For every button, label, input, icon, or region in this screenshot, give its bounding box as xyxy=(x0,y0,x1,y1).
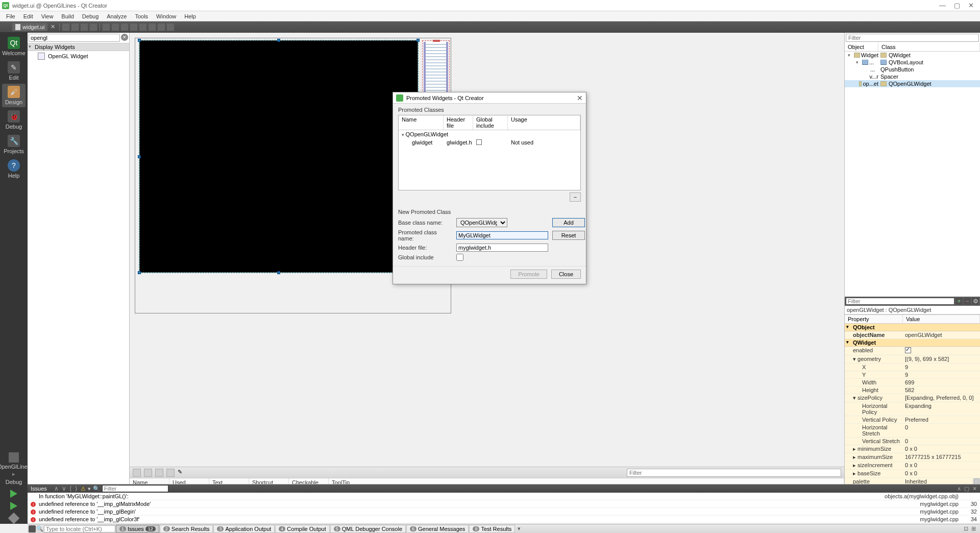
widgetbox-item-opengl[interactable]: OpenGL Widget xyxy=(28,51,129,61)
close-button[interactable]: ✕ xyxy=(968,2,974,9)
layout-grid-icon[interactable] xyxy=(139,23,147,31)
clear-search-icon[interactable]: ✕ xyxy=(121,34,128,41)
warning-icon[interactable]: ⚠ xyxy=(81,486,86,492)
adjust-size-icon[interactable] xyxy=(166,23,175,31)
dlg-col-global[interactable]: Global include xyxy=(473,115,508,130)
object-tree-row[interactable]: v...rSpacer xyxy=(845,73,980,80)
progress-icon[interactable]: ⊡ xyxy=(964,525,968,532)
menu-file[interactable]: File xyxy=(2,12,19,20)
run-button[interactable] xyxy=(7,488,21,499)
output-dropdown-icon[interactable]: ▾ xyxy=(516,525,523,532)
issues-last-icon[interactable]: ⟩ xyxy=(74,485,79,492)
property-row[interactable]: ▸ sizeIncrement0 x 0 xyxy=(845,462,980,470)
output-panel-button[interactable]: 4Compile Output xyxy=(275,525,329,533)
close-dialog-button[interactable]: Close xyxy=(551,270,581,279)
obj-col-class[interactable]: Class xyxy=(878,43,980,51)
issue-row[interactable]: !undefined reference to '__imp_glColor3f… xyxy=(28,516,980,523)
mode-projects[interactable]: 🔧Projects xyxy=(2,133,26,156)
break-layout-icon[interactable] xyxy=(157,23,165,31)
property-group[interactable]: QObject xyxy=(845,324,980,331)
promoted-classes-list[interactable]: Name Header file Global include Usage ▾ … xyxy=(398,115,581,190)
minimize-button[interactable]: — xyxy=(939,2,946,9)
dialog-close-icon[interactable]: ✕ xyxy=(577,94,583,102)
property-settings-icon[interactable]: ⚙ xyxy=(972,298,979,305)
issues-first-icon[interactable]: ⟨ xyxy=(68,485,73,492)
add-dynamic-property-icon[interactable]: + xyxy=(955,298,963,305)
issues-next-icon[interactable]: ∨ xyxy=(61,485,67,492)
issues-collapse-icon[interactable]: ∧ xyxy=(957,486,961,492)
output-panel-button[interactable]: 6General Messages xyxy=(406,525,469,533)
property-row[interactable]: Width699 xyxy=(845,379,980,386)
output-panel-button[interactable]: 3Application Output xyxy=(213,525,275,533)
output-panel-button[interactable]: 2Search Results xyxy=(160,525,213,533)
dlg-col-header[interactable]: Header file xyxy=(444,115,473,130)
filter-icon[interactable]: ▾ xyxy=(88,486,91,492)
edit-widgets-icon[interactable] xyxy=(62,23,70,31)
delete-action-icon[interactable] xyxy=(166,469,175,477)
property-row[interactable]: Vertical PolicyPreferred xyxy=(845,416,980,424)
menu-analyze[interactable]: Analyze xyxy=(103,12,131,20)
layout-form-icon[interactable] xyxy=(148,23,156,31)
mode-design[interactable]: 🖌Design xyxy=(2,84,26,107)
edit-signals-icon[interactable] xyxy=(71,23,79,31)
mode-help[interactable]: ?Help xyxy=(2,157,26,181)
new-action-icon[interactable] xyxy=(133,469,141,477)
locator-input[interactable] xyxy=(44,525,115,532)
widgetbox-search-input[interactable] xyxy=(29,34,120,42)
obj-col-object[interactable]: Object xyxy=(845,43,878,51)
property-row[interactable]: X9 xyxy=(845,364,980,371)
property-row[interactable]: ▸ minimumSize0 x 0 xyxy=(845,445,980,453)
property-row[interactable]: Horizontal Stretch0 xyxy=(845,424,980,438)
output-panel-button[interactable]: 8Test Results xyxy=(469,525,515,533)
issue-row[interactable]: In function 'MyGLWidget::paintGL()':obje… xyxy=(28,493,980,500)
layout-h-icon[interactable] xyxy=(102,23,110,31)
menu-edit[interactable]: Edit xyxy=(19,12,37,20)
promoted-class-root[interactable]: ▾ QOpenGLWidget xyxy=(399,130,580,138)
property-row[interactable]: enabled xyxy=(845,347,980,355)
property-row[interactable]: ▸ maximumSize16777215 x 16777215 xyxy=(845,453,980,462)
build-button[interactable] xyxy=(7,513,21,524)
menu-tools[interactable]: Tools xyxy=(131,12,152,20)
promoted-class-child[interactable]: glwidget glwidget.h Not used xyxy=(399,138,580,147)
menu-build[interactable]: Build xyxy=(57,12,78,20)
menu-help[interactable]: Help xyxy=(180,12,200,20)
add-button[interactable]: Add xyxy=(552,218,585,227)
issues-prev-icon[interactable]: ∧ xyxy=(53,485,60,492)
property-row[interactable]: Height582 xyxy=(845,386,980,394)
promoted-class-input[interactable] xyxy=(456,231,548,239)
dlg-col-usage[interactable]: Usage xyxy=(508,115,580,130)
menu-view[interactable]: View xyxy=(37,12,58,20)
base-class-select[interactable]: QOpenGLWidget xyxy=(456,218,507,227)
property-row[interactable]: ▸ baseSize0 x 0 xyxy=(845,470,980,478)
layout-v-icon[interactable] xyxy=(111,23,119,31)
output-panel-button[interactable]: 1Issues12 xyxy=(116,525,159,533)
maximize-button[interactable]: ▢ xyxy=(954,2,960,9)
property-row[interactable]: Y9 xyxy=(845,371,980,379)
header-file-input[interactable] xyxy=(456,244,548,252)
remove-promoted-button[interactable]: − xyxy=(570,192,581,202)
edit-action-icon[interactable]: ✎ xyxy=(178,469,186,477)
opengl-widget[interactable] xyxy=(139,40,418,273)
issues-close-icon[interactable]: ✕ xyxy=(972,486,977,492)
output-panel-button[interactable]: 5QML Debugger Console xyxy=(330,525,406,533)
widgetbox-category[interactable]: Display Widgets xyxy=(28,43,129,51)
global-include-checkbox[interactable] xyxy=(456,254,463,261)
prop-col-property[interactable]: Property xyxy=(845,315,903,323)
property-row[interactable]: ▾ sizePolicy[Expanding, Preferred, 0, 0] xyxy=(845,394,980,402)
reset-button[interactable]: Reset xyxy=(552,231,585,240)
tab-close-icon[interactable]: ✕ xyxy=(51,23,55,30)
property-group[interactable]: QWidget xyxy=(845,339,980,347)
menu-window[interactable]: Window xyxy=(152,12,180,20)
copy-action-icon[interactable] xyxy=(144,469,152,477)
object-tree-row[interactable]: ▾WidgetQWidget xyxy=(845,52,980,59)
property-row[interactable]: Vertical Stretch0 xyxy=(845,438,980,445)
object-filter-input[interactable] xyxy=(846,34,979,42)
property-row[interactable]: objectNameopenGLWidget xyxy=(845,331,980,339)
object-tree-row[interactable]: ▾...QVBoxLayout xyxy=(845,59,980,66)
mode-debug[interactable]: 🐞Debug xyxy=(2,108,26,132)
property-row[interactable]: Horizontal PolicyExpanding xyxy=(845,402,980,416)
issue-row[interactable]: !undefined reference to '__imp_glBegin'm… xyxy=(28,508,980,516)
run-debug-button[interactable] xyxy=(7,500,21,512)
menu-debug[interactable]: Debug xyxy=(78,12,103,20)
toggle-right-sidebar-icon[interactable]: ⊞ xyxy=(971,525,976,532)
